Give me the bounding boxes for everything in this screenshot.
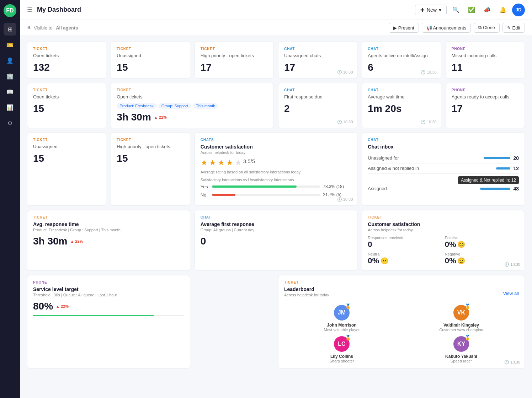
satisfaction-grid: Responses received 0 Positive 0% 😊 Neutr… [368,236,519,265]
card-service-level: PHONE Service level target Threshold : 3… [27,275,190,369]
card-phone-missed: PHONE Missed incoming calls 11 [446,42,525,79]
tag-product: Product: Freshdesk [117,103,156,109]
inbox-val: 12 [513,166,519,171]
card-ticket-unassigned-2: TICKET Unassigned 15 [27,133,106,206]
card-label: High priority - open tickets [201,53,268,59]
inbox-bar-assigned [480,188,510,190]
card-type: CHAT [368,138,519,142]
card-label: Open tickets [33,94,100,100]
card-chat-firstresponse: CHAT First response due 2 🕐10.30 [278,83,357,128]
search-button[interactable]: 🔍 [449,4,462,16]
badge-lily: 🏅 [345,335,351,340]
card-ticket-unassigned-1: TICKET Unassigned 15 [111,42,190,79]
subbar: 👁 Visible to: All agents ▶ Present 📢 Ann… [20,20,532,36]
card-label: High priority - open tickets [117,144,184,150]
card-time: 🕐10.30 [337,197,353,202]
leaderboard-titles: Leaderboard Across helpdesk for today [284,286,329,301]
inbox-bar-unassigned [484,157,510,159]
badge-kabuto: 🏅 [464,335,470,340]
clone-button[interactable]: ⧉ Clone [474,23,500,33]
inbox-row-assigned: Assigned 48 [368,184,519,194]
card-time: 🕐10.30 [421,120,437,124]
card-chat-avg-firstresponse: CHAT Average first response Group: All g… [195,210,358,271]
leader-role: Sharp shooter [329,359,354,363]
badge-john: 🏅 [345,303,351,309]
card-chat-unassigned: CHAT Unassigned chats 17 🕐10.30 [278,42,357,79]
view-all-link[interactable]: View all [503,291,519,296]
inbox-bar-wrap: 20 [484,155,519,161]
logo[interactable]: FD [4,4,16,17]
sidebar-item-contacts[interactable]: 👤 [4,54,16,67]
card-ticket-highpri-2: TICKET High priority - open tickets 15 [111,133,190,206]
card-chats-satisfaction: CHATS Customer satisfaction Across helpd… [195,133,358,206]
card-type: PHONE [452,88,519,92]
card-value: 15 [33,103,100,114]
stars-display: ★ ★ ★ ★ ★ 3.5/5 [201,158,352,168]
topbar-actions: ✚ New ▾ 🔍 ✅ 📣 🔔 JD [415,4,525,16]
no-label: No [201,192,209,198]
card-ticket-highpri-1: TICKET High priority - open tickets 17 [195,42,274,79]
card-value: 17 [201,62,268,73]
positive-val: 0% 😊 [445,240,519,249]
avg-response-value: 3h 30m ▲ 22% [33,236,184,247]
sidebar-item-solutions[interactable]: 📖 [4,85,16,98]
visibility-label: 👁 Visible to: All agents [27,25,78,31]
present-button[interactable]: ▶ Present [389,23,419,33]
inbox-row-unassigned: Unassigned for 20 [368,153,519,163]
leaderboard-grid: JM 🏅 John Morrison Most valuable player … [284,305,519,363]
vs-label: Satisfactory interactions vs Unsatisfact… [201,178,352,182]
edit-button[interactable]: ✎ Edit [502,23,525,33]
megaphone-icon[interactable]: 📣 [481,4,494,16]
trend-indicator: ▲ 22% [70,239,83,243]
sidebar-item-tickets[interactable]: 🎫 [4,38,16,51]
leaderboard-header: Leaderboard Across helpdesk for today Vi… [284,286,519,301]
sidebar-item-settings[interactable]: ⚙ [4,117,16,129]
inbox-row-assigned-notreplied: Assigned & not replied in 12 Assigned & … [368,163,519,174]
card-value: 17 [452,103,519,114]
card-avg-response: TICKET Avg. response time Product: Fresh… [27,210,190,271]
new-button[interactable]: ✚ New ▾ [415,5,447,15]
avg-response-sub: Product: Freshdesk | Group : Support | T… [33,228,184,232]
leader-name: Valdimir Kingsley [443,323,479,328]
announcements-button[interactable]: 📢 Announcements [422,23,471,33]
card-leaderboard: TICKET Leaderboard Across helpdesk for t… [278,275,525,369]
sidebar-item-dashboard[interactable]: ⊞ [4,23,16,36]
menu-icon[interactable]: ☰ [27,6,33,14]
leader-name: Kabuto Yakushi [445,354,477,359]
trend-indicator: ▲ 22% [56,304,69,308]
topbar: ☰ My Dashboard ✚ New ▾ 🔍 ✅ 📣 🔔 JD [20,0,532,20]
avatar[interactable]: JD [512,4,525,16]
responses-val: 0 [368,240,442,249]
sidebar-item-reports[interactable]: 📊 [4,101,16,114]
eye-icon: 👁 [27,25,32,31]
card-value: 15 [33,153,100,164]
card-label: Average wait time [368,94,435,100]
sidebar-item-companies[interactable]: 🏢 [4,70,16,82]
card-type: TICKET [201,47,268,51]
no-pct: 21.7% (5) [323,192,351,197]
rating-avg-text: Average rating based on all satisfactory… [201,170,352,174]
card-time: 🕐10.30 [337,120,353,124]
ticket-sat-sub: Across helpdesk for today [368,228,519,232]
leader-kabuto-yakushi: KY 🏅 Kabuto Yakushi Speed racer [404,336,519,363]
tag-period: This month [193,103,218,109]
card-type: PHONE [452,47,519,51]
progress-fill [33,315,154,316]
card-type: TICKET [33,47,100,51]
check-circle-icon[interactable]: ✅ [465,4,478,16]
ticket-sat-title: Customer satisfaction [368,221,519,227]
card-value: 15 [117,62,184,73]
bell-icon[interactable]: 🔔 [496,4,509,16]
inbox-bar-wrap: 48 [480,186,519,192]
card-label: Agents ready to accept calls [452,94,519,100]
spacer-1 [195,275,274,369]
card-type: CHAT [284,88,351,92]
card-value: 11 [452,62,519,73]
star-1: ★ [201,158,208,168]
card-type: TICKET [33,138,100,142]
leader-john-morrison: JM 🏅 John Morrison Most valuable player [284,305,399,332]
card-type: CHAT [368,47,435,51]
yes-pct: 78.3% (18) [323,184,351,189]
card-type: CHATS [201,138,352,142]
inbox-title: Chat inbox [368,144,519,150]
